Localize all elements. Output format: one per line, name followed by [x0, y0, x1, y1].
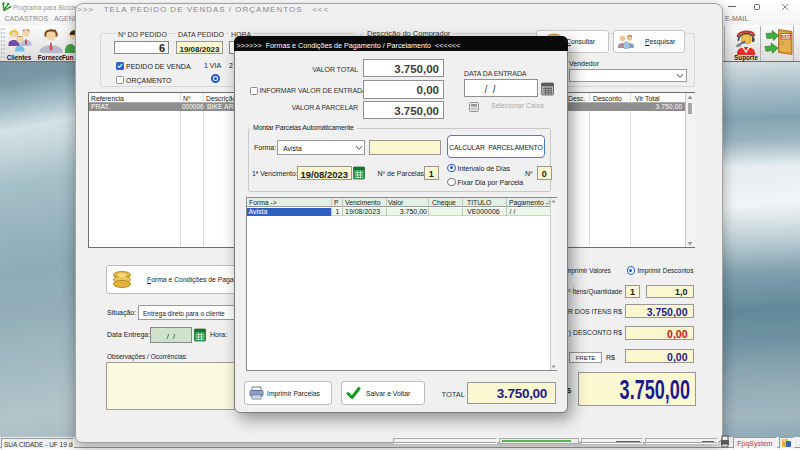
svg-text:EXIT: EXIT — [781, 34, 790, 39]
